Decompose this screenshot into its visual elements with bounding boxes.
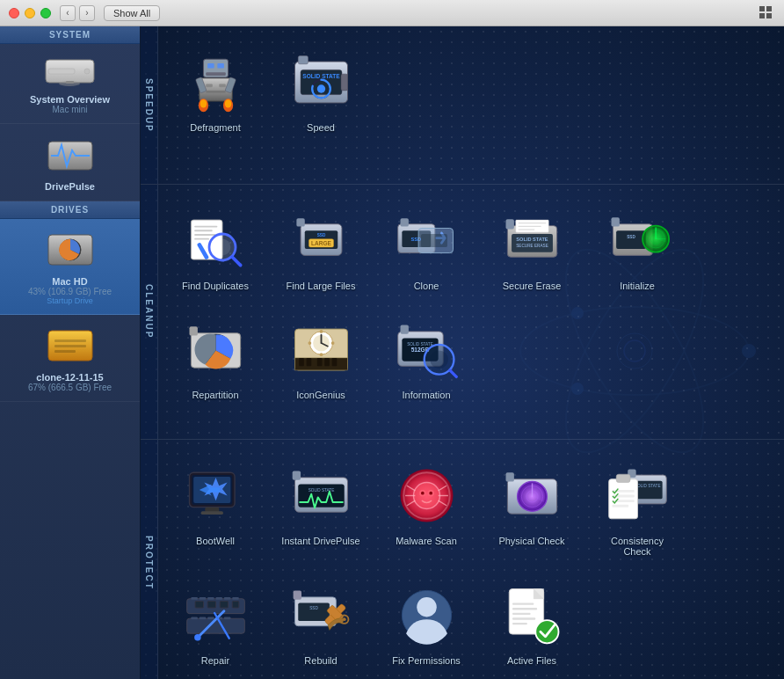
- grid-item-icongenius[interactable]: IconGenius: [272, 307, 369, 407]
- svg-rect-33: [206, 72, 226, 76]
- protect-tab-label: PROTECT: [141, 440, 158, 679]
- svg-point-102: [319, 353, 323, 356]
- svg-rect-160: [207, 601, 215, 608]
- drivepulse-sidebar-icon: [44, 133, 97, 177]
- svg-rect-157: [223, 596, 230, 599]
- clone-label: Clone: [414, 281, 439, 291]
- grid-item-information[interactable]: SOLID STATE 512GB Information: [378, 307, 475, 407]
- svg-rect-72: [518, 222, 546, 223]
- titlebar: ‹ › Show All: [0, 0, 784, 26]
- svg-rect-156: [215, 596, 222, 599]
- grid-view-button[interactable]: [758, 4, 775, 22]
- mac-hd-label: Mac HD: [52, 276, 87, 287]
- svg-rect-168: [223, 617, 230, 619]
- back-button[interactable]: ‹: [60, 5, 76, 21]
- grid-item-physical-check[interactable]: Physical Check: [483, 453, 580, 564]
- icongenius-icon: [286, 314, 356, 384]
- repair-icon: [180, 580, 250, 650]
- sidebar-item-mac-hd[interactable]: Mac HD 43% (106.9 GB) Free Startup Drive: [0, 219, 140, 315]
- svg-text:SSD: SSD: [309, 605, 318, 610]
- sidebar-item-drivepulse[interactable]: DrivePulse: [0, 124, 140, 201]
- nav-buttons: ‹ ›: [60, 5, 95, 21]
- grid-item-repartition[interactable]: Repartition: [167, 307, 264, 407]
- forward-button[interactable]: ›: [79, 5, 95, 21]
- grid-item-initialize[interactable]: SSD Initialize: [589, 198, 686, 298]
- svg-point-103: [308, 341, 311, 345]
- svg-rect-159: [195, 601, 203, 608]
- svg-rect-52: [194, 237, 209, 239]
- maximize-button[interactable]: [40, 8, 51, 18]
- rebuild-label: Rebuild: [304, 655, 337, 666]
- svg-rect-188: [512, 617, 535, 619]
- traffic-lights: [9, 8, 51, 18]
- grid-item-active-files[interactable]: Active Files: [483, 573, 580, 673]
- main-content: SPEEDUP: [141, 26, 784, 679]
- svg-rect-96: [331, 357, 337, 365]
- bootwell-icon: [180, 460, 250, 530]
- svg-rect-137: [505, 472, 513, 481]
- drivepulse-label: DrivePulse: [45, 181, 95, 192]
- grid-item-speed[interactable]: SOLID STATE Speed: [272, 40, 369, 140]
- svg-rect-15: [54, 340, 86, 342]
- svg-point-54: [214, 238, 230, 255]
- svg-rect-155: [207, 596, 214, 599]
- svg-rect-41: [298, 55, 308, 63]
- fix-permissions-label: Fix Permissions: [392, 655, 461, 666]
- svg-point-111: [430, 350, 448, 369]
- rebuild-icon: SSD: [286, 580, 356, 650]
- section-protect: PROTECT: [141, 440, 784, 679]
- grid-item-find-duplicates[interactable]: Find Duplicates: [167, 198, 264, 298]
- svg-rect-32: [217, 62, 224, 68]
- svg-rect-17: [54, 350, 76, 353]
- speed-label: Speed: [307, 122, 335, 133]
- svg-point-101: [319, 330, 323, 333]
- grid-item-repair[interactable]: Repair: [167, 573, 264, 673]
- grid-item-bootwell[interactable]: BootWell: [167, 453, 264, 564]
- secure-erase-icon: SOLID STATE SECURE ERASE: [497, 205, 567, 275]
- grid-item-defragment[interactable]: Defragment: [167, 40, 264, 140]
- svg-rect-189: [512, 622, 527, 624]
- svg-point-37: [200, 99, 207, 107]
- secure-erase-label: Secure Erase: [503, 281, 562, 291]
- speedup-grid: Defragment: [158, 26, 784, 184]
- svg-rect-29: [206, 90, 226, 92]
- show-all-button[interactable]: Show All: [104, 5, 160, 21]
- mac-mini-icon: [41, 53, 98, 90]
- grid-item-rebuild[interactable]: SSD Rebuild: [272, 573, 369, 673]
- svg-text:SOLID STATE: SOLID STATE: [302, 72, 340, 78]
- svg-rect-120: [292, 471, 300, 479]
- svg-point-190: [535, 620, 558, 643]
- svg-rect-106: [400, 325, 408, 333]
- fix-permissions-icon: [391, 580, 461, 650]
- svg-rect-94: [316, 357, 322, 365]
- grid-item-consistency-check[interactable]: SOLID STATE: [589, 453, 686, 564]
- svg-rect-50: [194, 230, 213, 231]
- grid-item-malware-scan[interactable]: Malware Scan: [378, 453, 475, 564]
- grid-item-secure-erase[interactable]: SOLID STATE SECURE ERASE Secure Erase: [483, 198, 580, 298]
- svg-point-170: [194, 634, 201, 641]
- svg-point-104: [330, 341, 334, 345]
- system-section-header: SYSTEM: [0, 26, 140, 44]
- grid-item-find-large-files[interactable]: SSD LARGE Find Large Files: [272, 198, 369, 298]
- sidebar-item-clone[interactable]: clone-12-11-15 67% (666.5 GB) Free: [0, 315, 140, 402]
- svg-rect-64: [400, 218, 408, 226]
- svg-rect-1: [766, 6, 772, 11]
- close-button[interactable]: [9, 8, 19, 18]
- instant-drivepulse-icon: SOLID STATE: [286, 460, 356, 530]
- find-duplicates-icon: [180, 205, 250, 275]
- svg-rect-118: [200, 511, 222, 515]
- minimize-button[interactable]: [25, 8, 35, 18]
- svg-rect-165: [199, 617, 206, 619]
- svg-point-134: [420, 491, 424, 494]
- grid-item-clone[interactable]: SSD Clone: [378, 198, 475, 298]
- svg-text:SOLID STATE: SOLID STATE: [407, 341, 433, 346]
- svg-rect-68: [420, 234, 446, 247]
- svg-rect-58: [296, 218, 304, 226]
- svg-point-125: [413, 482, 439, 508]
- sections-container: SPEEDUP: [141, 26, 784, 679]
- section-cleanup: CLEANUP: [141, 185, 784, 440]
- svg-rect-92: [299, 357, 304, 365]
- sidebar-item-system-overview[interactable]: System Overview Mac mini: [0, 44, 140, 124]
- grid-item-instant-drivepulse[interactable]: SOLID STATE Instant DrivePulse: [272, 453, 369, 564]
- grid-item-fix-permissions[interactable]: Fix Permissions: [378, 573, 475, 673]
